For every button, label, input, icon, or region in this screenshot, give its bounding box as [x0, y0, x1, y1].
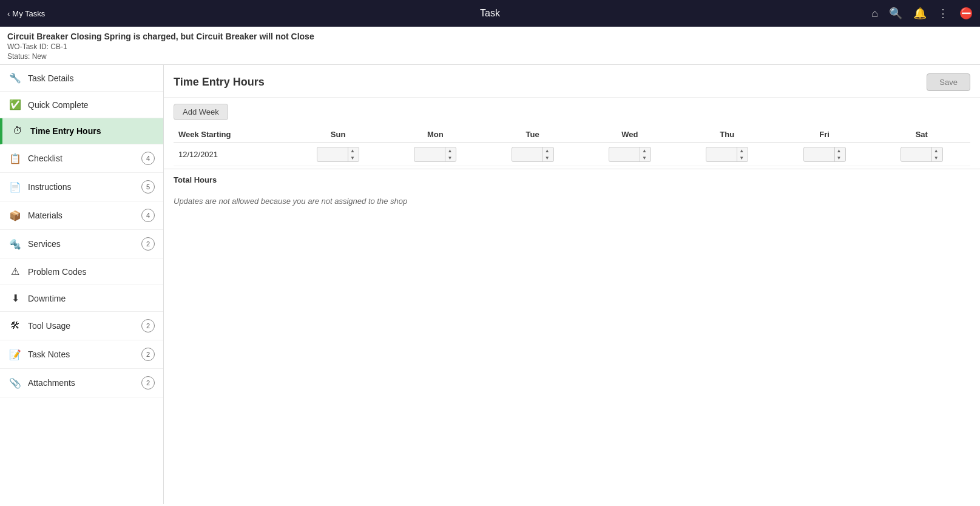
- col-header-fri: Fri: [776, 126, 873, 143]
- bell-icon[interactable]: 🔔: [913, 7, 927, 20]
- sidebar-item-task-details[interactable]: 🔧Task Details: [0, 65, 163, 92]
- hours-input-fri[interactable]: [804, 149, 834, 161]
- sidebar-label-attachments: Attachments: [28, 378, 75, 388]
- table-row: 12/12/2021▲▼▲▼▲▼▲▼▲▼▲▼▲▼: [174, 143, 970, 166]
- sidebar-label-problem-codes: Problem Codes: [28, 267, 87, 277]
- hours-cell-wed: ▲▼: [581, 143, 678, 166]
- hours-cell-mon: ▲▼: [387, 143, 484, 166]
- sidebar-label-materials: Materials: [28, 211, 63, 220]
- wo-task-id: WO-Task ID: CB-1: [7, 42, 973, 51]
- task-details-icon: 🔧: [8, 72, 22, 84]
- hours-cell-sat: ▲▼: [873, 143, 970, 166]
- header-info: Circuit Breaker Closing Spring is charge…: [0, 27, 980, 65]
- hours-input-tue[interactable]: [512, 149, 542, 161]
- spin-down-sun[interactable]: ▼: [348, 155, 357, 162]
- problem-codes-icon: ⚠: [8, 266, 22, 277]
- col-header-thu: Thu: [678, 126, 776, 143]
- number-input-wed[interactable]: ▲▼: [609, 147, 651, 162]
- sidebar-item-checklist[interactable]: 📋Checklist4: [0, 144, 163, 173]
- sidebar-label-services: Services: [28, 239, 61, 249]
- spin-down-thu[interactable]: ▼: [737, 155, 746, 162]
- spin-down-wed[interactable]: ▼: [640, 155, 649, 162]
- total-hours-label: Total Hours: [164, 169, 980, 191]
- hours-cell-sun: ▲▼: [289, 143, 387, 166]
- spin-down-mon[interactable]: ▼: [445, 155, 454, 162]
- sidebar-item-task-notes[interactable]: 📝Task Notes2: [0, 340, 163, 369]
- col-header-week-starting: Week Starting: [174, 126, 289, 143]
- spin-up-mon[interactable]: ▲: [445, 147, 454, 155]
- task-status: Status: New: [7, 52, 973, 61]
- sidebar-item-instructions[interactable]: 📄Instructions5: [0, 173, 163, 201]
- more-icon[interactable]: ⋮: [938, 7, 948, 20]
- task-notes-icon: 📝: [8, 349, 22, 360]
- spin-up-thu[interactable]: ▲: [737, 147, 746, 155]
- sidebar-label-quick-complete: Quick Complete: [28, 100, 89, 110]
- sidebar-item-time-entry-hours[interactable]: ⏱Time Entry Hours: [0, 118, 163, 144]
- spin-up-sat[interactable]: ▲: [932, 147, 941, 155]
- spin-down-tue[interactable]: ▼: [543, 155, 552, 162]
- sidebar-label-task-details: Task Details: [28, 73, 73, 83]
- number-input-fri[interactable]: ▲▼: [803, 147, 846, 162]
- spin-up-sun[interactable]: ▲: [348, 147, 357, 155]
- col-header-sat: Sat: [873, 126, 970, 143]
- checklist-icon: 📋: [8, 153, 22, 164]
- home-icon[interactable]: ⌂: [871, 7, 878, 20]
- main-layout: 🔧Task Details✅Quick Complete⏱Time Entry …: [0, 65, 980, 504]
- hours-input-thu[interactable]: [706, 149, 737, 161]
- sidebar-badge-tool-usage: 2: [141, 319, 155, 332]
- sidebar-item-problem-codes[interactable]: ⚠Problem Codes: [0, 258, 163, 285]
- number-input-thu[interactable]: ▲▼: [706, 147, 748, 162]
- hours-cell-tue: ▲▼: [484, 143, 581, 166]
- hours-input-wed[interactable]: [609, 149, 640, 161]
- content-area: Time Entry Hours Save Add Week Week Star…: [164, 65, 980, 504]
- sidebar-item-services[interactable]: 🔩Services2: [0, 230, 163, 258]
- sidebar-badge-services: 2: [141, 237, 155, 251]
- attachments-icon: 📎: [8, 377, 22, 389]
- back-chevron-icon: ‹: [7, 9, 10, 18]
- number-input-sat[interactable]: ▲▼: [901, 147, 943, 162]
- hours-input-mon[interactable]: [414, 149, 445, 161]
- sidebar-label-tool-usage: Tool Usage: [28, 321, 70, 331]
- sidebar-label-downtime: Downtime: [28, 294, 66, 303]
- hours-cell-thu: ▲▼: [678, 143, 776, 166]
- hours-cell-fri: ▲▼: [776, 143, 873, 166]
- sidebar-item-tool-usage[interactable]: 🛠Tool Usage2: [0, 312, 163, 340]
- materials-icon: 📦: [8, 210, 22, 221]
- spin-up-tue[interactable]: ▲: [543, 147, 552, 155]
- services-icon: 🔩: [8, 238, 22, 250]
- warning-text: Updates are not allowed because you are …: [164, 191, 980, 212]
- sidebar-item-attachments[interactable]: 📎Attachments2: [0, 369, 163, 397]
- search-icon[interactable]: 🔍: [889, 7, 902, 20]
- sidebar-label-task-notes: Task Notes: [28, 349, 70, 359]
- col-header-tue: Tue: [484, 126, 581, 143]
- hours-input-sun[interactable]: [317, 149, 348, 161]
- downtime-icon: ⬇: [8, 292, 22, 304]
- number-input-tue[interactable]: ▲▼: [512, 147, 554, 162]
- hours-table: Week StartingSunMonTueWedThuFriSat12/12/…: [174, 126, 970, 166]
- nav-icons: ⌂ 🔍 🔔 ⋮ ⛔: [871, 7, 973, 20]
- spin-down-fri[interactable]: ▼: [835, 155, 843, 162]
- block-icon[interactable]: ⛔: [959, 7, 973, 20]
- content-header: Time Entry Hours Save: [164, 65, 980, 98]
- spin-up-fri[interactable]: ▲: [835, 147, 843, 155]
- back-button[interactable]: ‹ My Tasks: [7, 9, 45, 18]
- quick-complete-icon: ✅: [8, 99, 22, 110]
- sidebar-badge-materials: 4: [141, 209, 155, 222]
- instructions-icon: 📄: [8, 181, 22, 193]
- sidebar-label-instructions: Instructions: [28, 182, 72, 192]
- number-input-sun[interactable]: ▲▼: [317, 147, 359, 162]
- page-title: Task: [480, 8, 500, 19]
- spin-up-wed[interactable]: ▲: [640, 147, 649, 155]
- hours-input-sat[interactable]: [901, 149, 931, 161]
- save-button[interactable]: Save: [927, 73, 970, 91]
- sidebar-item-downtime[interactable]: ⬇Downtime: [0, 285, 163, 312]
- spin-down-sat[interactable]: ▼: [932, 155, 941, 162]
- back-label: My Tasks: [12, 9, 45, 18]
- sidebar-item-quick-complete[interactable]: ✅Quick Complete: [0, 92, 163, 118]
- sidebar-label-time-entry-hours: Time Entry Hours: [30, 126, 101, 136]
- add-week-button[interactable]: Add Week: [174, 104, 228, 120]
- sidebar-item-materials[interactable]: 📦Materials4: [0, 201, 163, 230]
- col-header-wed: Wed: [581, 126, 678, 143]
- sidebar-label-checklist: Checklist: [28, 153, 63, 163]
- number-input-mon[interactable]: ▲▼: [414, 147, 456, 162]
